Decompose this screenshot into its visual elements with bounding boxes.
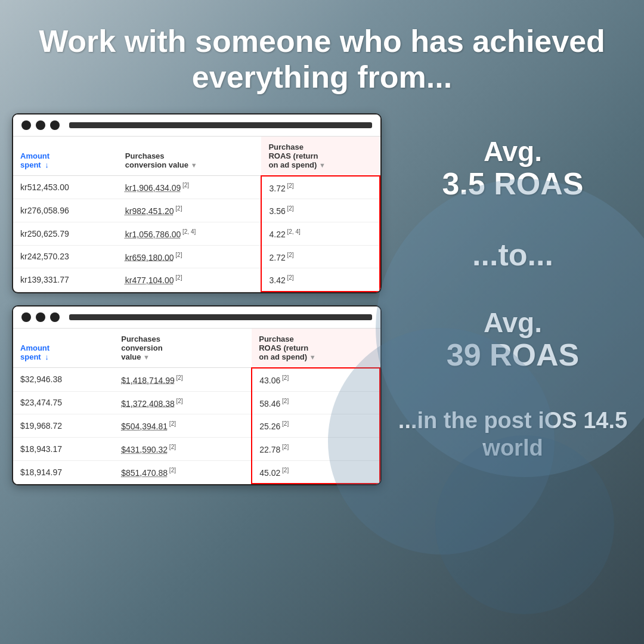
pcv-cell: kr982,451.20 [2] bbox=[118, 199, 262, 222]
amount-cell: kr250,625.79 bbox=[13, 222, 118, 245]
table-row: kr512,453.00 kr1,906,434.09 [2] 3.72 [2] bbox=[13, 176, 380, 199]
col-header-amount-2: Amountspent ↓ bbox=[13, 329, 114, 368]
pcv-cell: $851,470.88 [2] bbox=[114, 460, 252, 484]
browser-dot-6 bbox=[50, 312, 60, 322]
browser-dot-3 bbox=[50, 120, 60, 130]
table-row: $18,914.97 $851,470.88 [2] 45.02 [2] bbox=[13, 460, 380, 484]
pcv-cell: $504,394.81 [2] bbox=[114, 414, 252, 438]
pcv-cell: kr659,180.00 [2] bbox=[118, 245, 262, 268]
browser-dot-2 bbox=[36, 120, 45, 130]
pcv-cell: $1,372,408.38 [2] bbox=[114, 391, 252, 414]
table-card-1: Amountspent ↓ Purchasesconversion value … bbox=[12, 113, 382, 293]
table-row: $32,946.38 $1,418,714.99 [2] 43.06 [2] bbox=[13, 368, 380, 391]
pcv-cell: kr1,906,434.09 [2] bbox=[118, 176, 262, 199]
browser-address-bar-1 bbox=[69, 122, 372, 128]
left-column: Amountspent ↓ Purchasesconversion value … bbox=[12, 113, 382, 486]
table-row: kr242,570.23 kr659,180.00 [2] 2.72 [2] bbox=[13, 245, 380, 268]
browser-dot-4 bbox=[21, 312, 31, 322]
table-row: $23,474.75 $1,372,408.38 [2] 58.46 [2] bbox=[13, 391, 380, 414]
pcv-cell: kr477,104.00 [2] bbox=[118, 268, 262, 292]
roas-cell: 3.56 [2] bbox=[261, 199, 380, 222]
amount-cell: kr242,570.23 bbox=[13, 245, 118, 268]
browser-bar-1 bbox=[13, 114, 380, 137]
amount-cell: kr139,331.77 bbox=[13, 268, 118, 292]
table-row: kr250,625.79 kr1,056,786.00 [2, 4] 4.22 … bbox=[13, 222, 380, 245]
pcv-cell: kr1,056,786.00 [2, 4] bbox=[118, 222, 262, 245]
amount-cell: kr276,058.96 bbox=[13, 199, 118, 222]
pcv-cell: $1,418,714.99 [2] bbox=[114, 368, 252, 391]
roas-cell: 4.22 [2, 4] bbox=[261, 222, 380, 245]
table-row: kr276,058.96 kr982,451.20 [2] 3.56 [2] bbox=[13, 199, 380, 222]
browser-address-bar-2 bbox=[69, 314, 372, 320]
amount-cell: kr512,453.00 bbox=[13, 176, 118, 199]
data-table-2: Amountspent ↓ Purchasesconversionvalue ▼… bbox=[13, 329, 380, 484]
table-row: $18,943.17 $431,590.32 [2] 22.78 [2] bbox=[13, 437, 380, 460]
col-header-pcv-1: Purchasesconversion value ▼ bbox=[118, 137, 262, 176]
amount-cell: $19,968.72 bbox=[13, 414, 114, 438]
browser-bar-2 bbox=[13, 306, 380, 329]
table-row: kr139,331.77 kr477,104.00 [2] 3.42 [2] bbox=[13, 268, 380, 292]
col-header-amount-1: Amountspent ↓ bbox=[13, 137, 118, 176]
data-table-1: Amountspent ↓ Purchasesconversion value … bbox=[13, 137, 380, 292]
roas-cell: 3.42 [2] bbox=[261, 268, 380, 292]
amount-cell: $18,943.17 bbox=[13, 437, 114, 460]
table-card-2: Amountspent ↓ Purchasesconversionvalue ▼… bbox=[12, 305, 382, 485]
browser-dot-5 bbox=[36, 312, 45, 322]
stat1-label: Avg. bbox=[442, 137, 584, 167]
pcv-cell: $431,590.32 [2] bbox=[114, 437, 252, 460]
col-header-pcv-2: Purchasesconversionvalue ▼ bbox=[114, 329, 252, 368]
amount-cell: $23,474.75 bbox=[13, 391, 114, 414]
col-header-roas-1: PurchaseROAS (returnon ad spend) ▼ bbox=[261, 137, 380, 176]
table-row: $19,968.72 $504,394.81 [2] 25.26 [2] bbox=[13, 414, 380, 438]
amount-cell: $32,946.38 bbox=[13, 368, 114, 391]
roas-cell: 3.72 [2] bbox=[261, 176, 380, 199]
browser-dot-1 bbox=[21, 120, 31, 130]
amount-cell: $18,914.97 bbox=[13, 460, 114, 484]
main-headline: Work with someone who has achieved every… bbox=[0, 0, 644, 113]
roas-cell: 2.72 [2] bbox=[261, 245, 380, 268]
